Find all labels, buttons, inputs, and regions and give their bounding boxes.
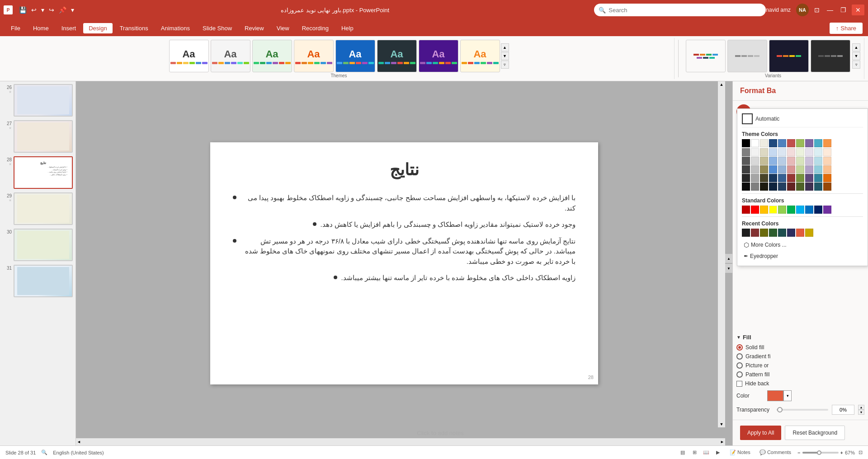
slide-thumbnail-31[interactable] <box>14 265 73 297</box>
swatch-blue[interactable] <box>778 139 786 147</box>
slideshow-view-button[interactable]: ▶ <box>712 448 723 457</box>
swatch-navy[interactable] <box>769 139 777 147</box>
theme-item-1[interactable]: Aa <box>169 40 209 72</box>
variant-item-1[interactable] <box>686 40 726 72</box>
slide-item-29[interactable]: 29 ★ <box>2 192 74 226</box>
slide-item-27[interactable]: 27 ★ <box>2 119 74 154</box>
theme-item-7[interactable]: Aa <box>419 40 458 72</box>
hscroll-right[interactable]: ► <box>719 439 725 445</box>
restore2-button[interactable]: ⊡ <box>812 5 821 15</box>
variant-item-2[interactable] <box>727 40 767 72</box>
variants-scroll-up[interactable]: ▲ <box>852 43 860 52</box>
theme-item-6[interactable]: Aa <box>377 40 417 72</box>
slide-nav-up[interactable]: ▲ <box>725 254 732 263</box>
transparency-spin-up[interactable]: ▲ <box>858 405 864 410</box>
menu-insert[interactable]: Insert <box>56 23 82 33</box>
zoom-in-button[interactable]: + <box>840 450 843 455</box>
theme-item-5[interactable]: Aa <box>335 40 375 72</box>
zoom-out-button[interactable]: − <box>797 450 800 455</box>
maximize-button[interactable]: ❐ <box>839 5 848 15</box>
fill-header[interactable]: ▼ Fill <box>736 334 864 341</box>
slide-canvas[interactable]: نتایج با افزایش خرده لاستیکها، به واسطهی… <box>210 142 598 384</box>
transparency-spin-down[interactable]: ▼ <box>858 410 864 415</box>
slide-item-28[interactable]: 28 ★ نتایج • با افزایش خرده لاستیکها... … <box>2 155 74 190</box>
menu-help[interactable]: Help <box>336 23 359 33</box>
menu-home[interactable]: Home <box>28 23 54 33</box>
hscroll-left[interactable]: ◄ <box>76 439 82 445</box>
menu-file[interactable]: File <box>5 23 26 33</box>
vscroll-up[interactable]: ▲ <box>719 81 725 88</box>
transparency-thumb[interactable] <box>777 407 783 412</box>
undo-button[interactable]: ↩ <box>29 5 38 14</box>
reading-view-button[interactable]: 📖 <box>701 448 712 457</box>
menu-animations[interactable]: Animations <box>156 23 195 33</box>
canvas-vscroll[interactable]: ▲ ▼ <box>718 81 725 427</box>
theme-scroll-up[interactable]: ▲ <box>501 43 509 52</box>
comments-button[interactable]: 💬 Comments <box>757 449 794 456</box>
apply-to-all-button[interactable]: Apply to All <box>740 426 781 440</box>
notes-button[interactable]: 📝 Notes <box>727 449 753 456</box>
theme-item-4[interactable]: Aa <box>294 40 334 72</box>
search-input[interactable] <box>609 7 761 14</box>
share-button[interactable]: ↑ Share <box>830 23 863 34</box>
swatch-cyan[interactable] <box>814 139 822 147</box>
theme-item-3[interactable]: Aa <box>252 40 292 72</box>
slide-thumbnail-26[interactable] <box>14 84 73 117</box>
undo-dropdown-button[interactable]: ▾ <box>39 5 46 14</box>
slide-item-31[interactable]: 31 ★ <box>2 264 74 298</box>
menu-design[interactable]: Design <box>83 23 112 33</box>
customize-button[interactable]: ▾ <box>69 5 76 14</box>
variants-more[interactable]: ▿ <box>852 61 860 69</box>
transparency-slider[interactable] <box>776 409 828 411</box>
reset-background-button[interactable]: Reset Background <box>785 426 845 440</box>
radio-gradient-fill[interactable] <box>736 353 743 360</box>
vscroll-down[interactable]: ▼ <box>719 421 725 427</box>
slide-thumbnail-27[interactable] <box>14 120 73 153</box>
color-dropdown-button[interactable]: ▾ <box>783 390 792 401</box>
slide-sorter-button[interactable]: ⊞ <box>689 448 700 457</box>
radio-pattern-fill[interactable] <box>736 371 743 378</box>
close-button[interactable]: ✕ <box>852 5 864 15</box>
swatch-red[interactable] <box>787 139 795 147</box>
zoom-slider[interactable] <box>802 452 839 454</box>
swatch-purple[interactable] <box>805 139 813 147</box>
menu-slideshow[interactable]: Slide Show <box>197 23 237 33</box>
more-colors-link[interactable]: ⬡ More Colors ... <box>742 239 863 250</box>
menu-recording[interactable]: Recording <box>297 23 334 33</box>
menu-transitions[interactable]: Transitions <box>114 23 154 33</box>
minimize-button[interactable]: — <box>825 5 835 15</box>
theme-scroll-down[interactable]: ▼ <box>501 52 509 60</box>
variant-item-3[interactable] <box>769 40 809 72</box>
menu-view[interactable]: View <box>271 23 295 33</box>
slide-thumbnail-30[interactable] <box>14 229 73 261</box>
slide-nav-down[interactable]: ▼ <box>725 264 732 273</box>
pin-button[interactable]: 📌 <box>57 5 68 14</box>
color-auto-swatch[interactable] <box>742 113 753 124</box>
fit-slide-button[interactable]: ⊡ <box>859 450 863 455</box>
redo-button[interactable]: ↪ <box>47 5 56 14</box>
hide-bg-checkbox[interactable] <box>736 381 742 387</box>
radio-solid-fill[interactable] <box>736 344 743 351</box>
search-box[interactable]: 🔍 <box>594 4 766 16</box>
slide-thumbnail-28[interactable]: نتایج • با افزایش خرده لاستیکها... • وجو… <box>14 156 73 189</box>
swatch-green[interactable] <box>796 139 804 147</box>
theme-more[interactable]: ▿ <box>501 61 509 69</box>
color-swatch-button[interactable] <box>767 390 783 401</box>
variants-scroll-down[interactable]: ▼ <box>852 52 860 60</box>
theme-item-2[interactable]: Aa <box>211 40 250 72</box>
variant-item-4[interactable] <box>811 40 850 72</box>
normal-view-button[interactable]: ▤ <box>677 448 688 457</box>
canvas-hscroll[interactable]: ◄ ► <box>76 438 725 445</box>
save-button[interactable]: 💾 <box>17 5 28 14</box>
slide-thumbnail-29[interactable] <box>14 192 73 225</box>
slide-item-30[interactable]: 30 ★ <box>2 228 74 262</box>
radio-picture-fill[interactable] <box>736 362 743 369</box>
user-avatar[interactable]: NA <box>796 4 809 16</box>
swatch-white[interactable] <box>751 139 759 147</box>
swatch-cream[interactable] <box>760 139 768 147</box>
eyedropper-row[interactable]: ✒ Eyedropper <box>742 251 863 261</box>
swatch-black[interactable] <box>742 139 750 147</box>
menu-review[interactable]: Review <box>239 23 269 33</box>
theme-item-8[interactable]: Aa <box>460 40 500 72</box>
slide-item-26[interactable]: 26 ★ <box>2 83 74 117</box>
